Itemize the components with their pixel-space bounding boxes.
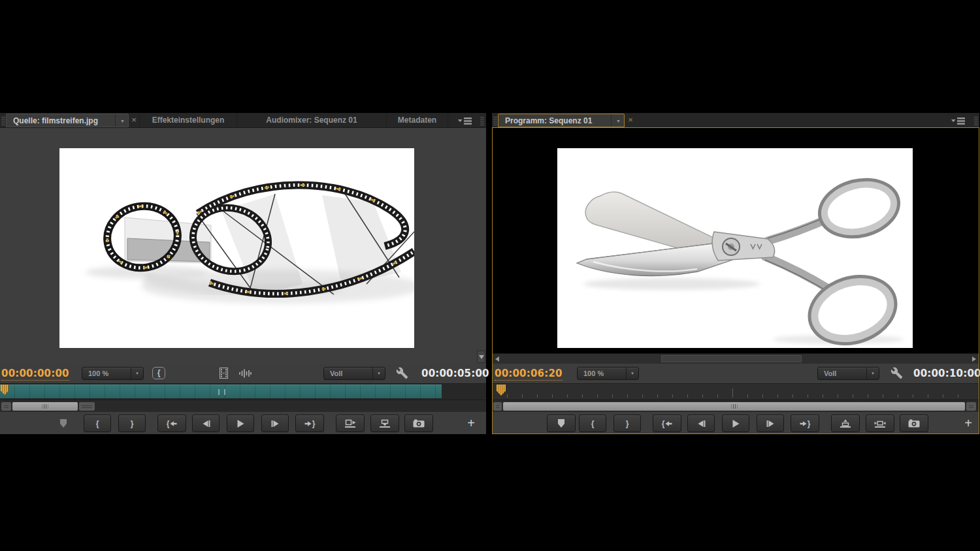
step-forward-button[interactable] bbox=[757, 415, 784, 432]
zoom-level-value: 100 % bbox=[88, 370, 108, 377]
export-frame-button[interactable] bbox=[900, 415, 928, 432]
button-editor-button[interactable]: + bbox=[960, 415, 977, 432]
scroll-left-icon[interactable] bbox=[493, 355, 501, 363]
tab-caret-icon[interactable]: ▼ bbox=[115, 114, 125, 127]
program-transport-bar: 00:00:06:20 100 % ▼ Voll ▼ 00:00:10:00 bbox=[492, 364, 979, 383]
tab-caret-icon[interactable]: ▼ bbox=[611, 114, 621, 127]
mark-out-button[interactable]: } bbox=[118, 415, 146, 432]
scroll-down-icon[interactable] bbox=[477, 351, 485, 363]
add-marker-button[interactable] bbox=[547, 415, 576, 432]
lift-icon bbox=[840, 419, 851, 428]
playback-resolution-select[interactable]: Voll ▼ bbox=[817, 367, 879, 380]
program-zoom-scrollbar[interactable] bbox=[492, 400, 979, 412]
zoom-level-select[interactable]: 100 % ▼ bbox=[82, 367, 144, 380]
settings-wrench-icon[interactable] bbox=[890, 367, 903, 382]
playback-resolution-select[interactable]: Voll ▼ bbox=[323, 367, 385, 380]
duration-timecode: 00:00:05:00 bbox=[421, 368, 489, 379]
zoom-level-select[interactable]: 100 % ▼ bbox=[577, 367, 639, 380]
tab-metadata[interactable]: Metadaten bbox=[386, 114, 448, 127]
goto-out-button[interactable]: } bbox=[295, 415, 324, 432]
ruler-tick bbox=[762, 394, 763, 398]
lift-button[interactable] bbox=[831, 415, 860, 432]
ruler-tick bbox=[823, 394, 823, 398]
play-button[interactable] bbox=[227, 415, 254, 432]
panel-menu-icon[interactable] bbox=[951, 116, 968, 125]
step-forward-button[interactable] bbox=[261, 415, 289, 432]
tab-source-monitor[interactable]: Quelle: filmstreifen.jpg ▼ bbox=[6, 114, 129, 127]
current-timecode[interactable]: 00:00:06:20 bbox=[495, 368, 563, 381]
chevron-down-icon: ▼ bbox=[866, 368, 877, 379]
ruler-tick bbox=[522, 394, 523, 398]
ruler-tick bbox=[868, 394, 868, 398]
tab-label: Metadaten bbox=[398, 116, 436, 125]
mark-in-button[interactable]: { bbox=[579, 415, 606, 432]
ruler-tick bbox=[838, 394, 838, 398]
overwrite-button[interactable] bbox=[370, 415, 399, 432]
panel-menu-icon[interactable] bbox=[457, 116, 474, 125]
viewing-area-bar[interactable] bbox=[0, 385, 442, 398]
goto-in-icon bbox=[665, 420, 672, 428]
settings-wrench-icon[interactable] bbox=[396, 367, 408, 382]
current-timecode[interactable]: 00:00:00:00 bbox=[1, 368, 69, 381]
step-back-button[interactable] bbox=[192, 415, 220, 432]
program-timeline-ruler[interactable] bbox=[492, 383, 979, 400]
mark-in-icon: { bbox=[96, 420, 99, 428]
button-editor-button[interactable]: + bbox=[463, 415, 480, 432]
ruler-tick bbox=[552, 394, 553, 398]
ruler-tick bbox=[747, 394, 748, 398]
scrollbar-endcap[interactable] bbox=[1, 402, 11, 411]
scroll-right-icon[interactable] bbox=[970, 355, 978, 363]
source-timeline-ruler[interactable] bbox=[0, 383, 486, 400]
tab-program-monitor[interactable]: Programm: Sequenz 01 ▼ bbox=[498, 114, 625, 127]
scrollbar-thumb[interactable] bbox=[661, 355, 802, 362]
goto-out-icon bbox=[800, 420, 807, 428]
ruler-tick bbox=[567, 394, 568, 398]
viewing-area-grip[interactable] bbox=[218, 389, 225, 395]
panel-grip[interactable] bbox=[480, 116, 484, 125]
program-tabbar: Programm: Sequenz 01 ▼ × bbox=[492, 113, 979, 128]
overwrite-icon bbox=[379, 419, 391, 428]
scrollbar-thumb[interactable] bbox=[503, 402, 965, 411]
add-marker-icon bbox=[557, 418, 566, 428]
close-tab-icon[interactable]: × bbox=[626, 114, 635, 127]
scrollbar-endcap[interactable] bbox=[493, 402, 502, 411]
extract-button[interactable] bbox=[866, 415, 894, 432]
ruler-tick bbox=[958, 394, 958, 398]
panel-grip[interactable] bbox=[974, 116, 978, 125]
mark-in-button[interactable]: { bbox=[84, 415, 111, 432]
ruler-tick bbox=[853, 394, 853, 398]
scrollbar-endcap[interactable] bbox=[966, 402, 976, 411]
step-back-button[interactable] bbox=[687, 415, 715, 432]
insert-button[interactable] bbox=[336, 415, 365, 432]
tab-effect-controls[interactable]: Effekteinstellungen bbox=[139, 114, 237, 127]
scrollbar-endcap[interactable] bbox=[79, 402, 95, 411]
goto-in-button[interactable]: { bbox=[653, 415, 681, 432]
resolution-value: Voll bbox=[330, 370, 342, 377]
ruler-tick bbox=[717, 394, 718, 398]
in-out-brace-button[interactable]: { bbox=[152, 367, 165, 379]
tab-audio-mixer[interactable]: Audiomixer: Sequenz 01 bbox=[237, 114, 386, 127]
drag-video-icon[interactable] bbox=[220, 368, 228, 381]
playhead-marker[interactable] bbox=[497, 385, 506, 396]
play-button[interactable] bbox=[722, 415, 749, 432]
ruler-tick bbox=[672, 394, 673, 398]
drag-audio-icon[interactable] bbox=[238, 369, 252, 381]
goto-in-button[interactable]: { bbox=[157, 415, 186, 432]
zoom-level-value: 100 % bbox=[583, 370, 604, 377]
program-video-scrollbar[interactable] bbox=[492, 353, 979, 364]
ruler-tick bbox=[913, 394, 913, 398]
application-window: Quelle: filmstreifen.jpg ▼ × Effekteinst… bbox=[0, 0, 980, 551]
close-tab-icon[interactable]: × bbox=[129, 114, 139, 127]
ruler-tick bbox=[582, 394, 583, 398]
panel-grip[interactable] bbox=[1, 116, 5, 125]
step-back-icon bbox=[202, 420, 210, 428]
source-tabbar: Quelle: filmstreifen.jpg ▼ × Effekteinst… bbox=[0, 113, 486, 128]
add-marker-button[interactable] bbox=[51, 415, 76, 432]
source-zoom-scrollbar[interactable] bbox=[0, 400, 486, 412]
mark-out-button[interactable]: } bbox=[613, 415, 641, 432]
ruler-tick bbox=[537, 394, 538, 398]
scrollbar-thumb[interactable] bbox=[12, 402, 78, 411]
goto-out-button[interactable]: } bbox=[791, 415, 819, 432]
panel-grip[interactable] bbox=[493, 116, 497, 125]
export-frame-button[interactable] bbox=[404, 415, 433, 432]
